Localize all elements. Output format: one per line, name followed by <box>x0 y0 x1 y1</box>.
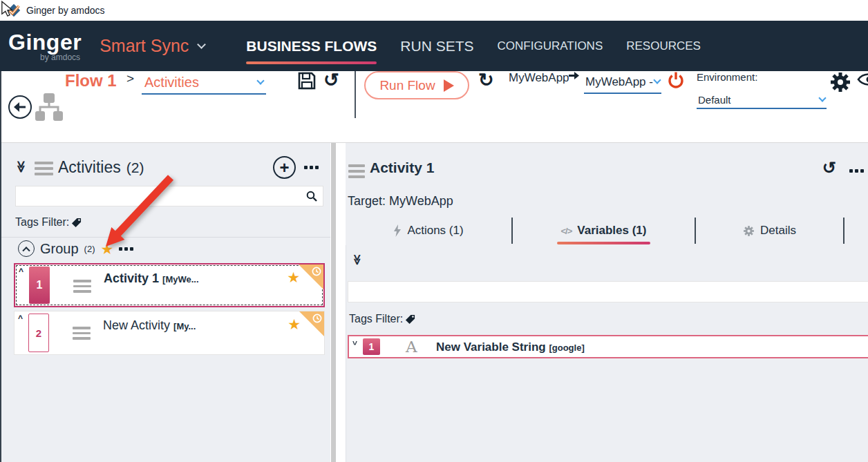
mouse-cursor-icon <box>0 1 14 17</box>
gear-icon <box>743 225 755 237</box>
plus-icon: + <box>279 160 289 176</box>
activity-list-item[interactable]: ^ 2 New Activity [My... ★ <box>14 311 325 355</box>
play-icon <box>444 79 454 92</box>
main-nav: BUSINESS FLOWS RUN SETS CONFIGURATIONS R… <box>246 38 701 55</box>
activity-list-item[interactable]: ^ 1 Activity 1 [MyWe... ★ <box>14 263 325 307</box>
refresh-icon[interactable]: ↻ <box>478 71 494 90</box>
activity-target-suffix: [MyWe... <box>162 274 199 285</box>
flow-toolbar: Flow 1 > Activities ↺ Run Flow ↻ MyWebAp… <box>0 71 868 143</box>
panel-more-menu-button[interactable] <box>304 166 319 169</box>
panel-splitter[interactable] <box>336 143 346 462</box>
collapse-panel-icon[interactable]: ≫ <box>14 161 28 173</box>
activities-count: (2) <box>126 160 144 175</box>
run-flow-button[interactable]: Run Flow <box>364 71 469 99</box>
arrow-right-icon <box>568 71 580 80</box>
activities-title-text: Activities <box>58 158 121 176</box>
clock-icon <box>312 314 322 323</box>
workspace-name: Smart Sync <box>100 36 189 56</box>
panel-scrollbar[interactable] <box>331 143 336 462</box>
nav-business-flows[interactable]: BUSINESS FLOWS <box>246 38 377 55</box>
back-button[interactable] <box>8 95 32 119</box>
environment-value: Default <box>698 94 731 106</box>
activities-search-input[interactable] <box>15 186 323 206</box>
clock-icon <box>312 267 321 276</box>
search-icon <box>306 191 317 202</box>
environment-dropdown[interactable]: Default <box>697 91 827 109</box>
activity-more-menu-button[interactable] <box>849 169 864 173</box>
window-title: Ginger by amdocs <box>26 5 105 16</box>
chevron-down-icon <box>197 40 206 49</box>
tab-details[interactable]: Details <box>696 218 845 244</box>
agent-dropdown[interactable]: MyWebApp - <box>584 71 661 94</box>
activity-index-badge: 1 <box>29 267 50 304</box>
undo-icon[interactable]: ↺ <box>822 160 836 176</box>
group-more-menu-button[interactable] <box>119 247 133 251</box>
target-application-label: MyWebApp <box>509 71 569 85</box>
caret-down-icon[interactable]: ^ <box>352 337 357 347</box>
variable-index-badge: 1 <box>363 338 380 355</box>
tab-variables[interactable]: </> Variables (1) <box>513 218 696 244</box>
flow-name[interactable]: Flow 1 <box>65 71 117 90</box>
main-area: ≫ Activities(2) + Tags Filter: Group (2)… <box>0 143 868 462</box>
panel-divider <box>1 237 330 238</box>
activity-index-badge: 2 <box>28 314 49 352</box>
gear-icon[interactable] <box>829 71 851 93</box>
activity-menu-icon[interactable] <box>348 164 365 178</box>
chevron-down-icon <box>818 94 826 102</box>
ginger-logo[interactable]: Ginger by amdocs <box>8 30 82 62</box>
panel-menu-icon[interactable] <box>35 162 53 175</box>
tab-details-label: Details <box>760 224 796 238</box>
arrow-left-icon <box>13 102 27 113</box>
star-icon[interactable]: ★ <box>100 242 113 256</box>
collapse-section-icon[interactable]: ≫ <box>351 254 364 265</box>
activity-name: Activity 1 <box>104 271 159 285</box>
activity-tabs: Actions (1) </> Variables (1) <box>346 218 868 244</box>
group-header: Group (2) ★ <box>18 240 133 257</box>
variables-search-input[interactable] <box>348 281 868 302</box>
group-name: Group <box>40 241 79 257</box>
caret-up-icon[interactable]: ^ <box>19 267 23 276</box>
variable-title: New Variable String [google] <box>436 340 585 354</box>
caret-up-icon[interactable]: ^ <box>18 314 23 323</box>
variables-tab-content: ≫ Tags Filter: ^ 1 A New Variable String… <box>346 245 868 462</box>
environment-selector: Environment: Default <box>697 71 827 109</box>
collapse-group-button[interactable] <box>18 240 35 257</box>
chevron-up-icon <box>22 247 30 254</box>
toolbar-divider <box>355 71 356 118</box>
activity-name: New Activity <box>103 318 170 332</box>
view-selector-dropdown[interactable]: Activities <box>142 71 266 95</box>
activity-target-suffix: [My... <box>173 321 196 331</box>
drag-handle-icon[interactable] <box>73 327 91 340</box>
tag-icon <box>71 218 82 228</box>
chevron-down-icon <box>653 76 661 84</box>
tags-filter-label: Tags Filter: <box>15 216 69 229</box>
run-flow-label: Run Flow <box>379 78 435 93</box>
tab-actions[interactable]: Actions (1) <box>346 218 513 244</box>
add-activity-button[interactable]: + <box>273 156 296 179</box>
undo-icon[interactable]: ↺ <box>323 71 339 90</box>
variable-list-item[interactable]: ^ 1 A New Variable String [google] <box>348 335 868 358</box>
lightning-icon <box>393 224 402 237</box>
drag-handle-icon[interactable] <box>73 280 91 293</box>
nav-resources[interactable]: RESOURCES <box>626 39 701 53</box>
save-icon[interactable] <box>297 71 317 90</box>
variable-name: New Variable String <box>436 340 546 354</box>
nav-run-sets[interactable]: RUN SETS <box>400 38 473 55</box>
tags-filter[interactable]: Tags Filter: <box>15 216 82 229</box>
eye-icon[interactable] <box>857 71 868 88</box>
activities-panel: ≫ Activities(2) + Tags Filter: Group (2)… <box>1 143 330 462</box>
nav-configurations[interactable]: CONFIGURATIONS <box>498 39 603 53</box>
activities-panel-title: Activities(2) <box>58 158 144 177</box>
tags-filter[interactable]: Tags Filter: <box>349 313 415 325</box>
activity-detail-panel: Activity 1 ↺ Target: MyWebApp Actions (1… <box>346 143 868 462</box>
flow-hierarchy-icon <box>35 92 64 122</box>
tab-actions-label: Actions (1) <box>407 224 463 238</box>
group-count: (2) <box>84 244 95 254</box>
power-icon[interactable] <box>668 71 684 89</box>
tab-variables-label: Variables (1) <box>577 224 646 238</box>
logo-subtext: by amdocs <box>40 52 80 62</box>
activity-detail-title: Activity 1 <box>370 160 434 176</box>
string-type-icon: A <box>406 338 417 356</box>
workspace-dropdown[interactable]: Smart Sync <box>100 36 205 56</box>
chevron-down-icon <box>256 77 264 84</box>
